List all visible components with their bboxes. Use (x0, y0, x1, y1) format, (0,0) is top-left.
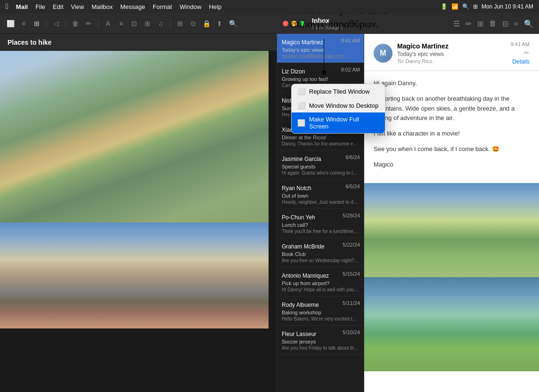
media-icon[interactable]: ♫ (156, 19, 165, 28)
msg-sender: Antonio Manriquez (282, 272, 329, 279)
edit-icon[interactable]: ✏ (84, 19, 93, 28)
msg-sender: Ryan Notch (282, 185, 311, 192)
msg-subject: Out of town (282, 193, 359, 199)
menu-item-view[interactable]: View (67, 2, 88, 11)
grid-view-icon[interactable]: ⊞ (32, 19, 41, 28)
toolbar-separator-3 (98, 19, 98, 28)
window-controls (283, 21, 305, 26)
flag-icon[interactable]: 🗑 (489, 19, 497, 28)
msg-preview: Hi Danny! Hope all is well with you. I'm… (282, 287, 359, 292)
apple-menu-icon[interactable]:  (6, 2, 8, 11)
msg-subject: Special guests (282, 164, 359, 169)
delete-icon[interactable]: 🗑 (71, 19, 80, 28)
msg-preview: Think you'll be free for a lunchtime cha… (282, 229, 359, 234)
new-message-icon[interactable]: ✏ (466, 19, 472, 28)
photo-icon[interactable]: ⊞ (175, 19, 185, 28)
replace-tiled-icon: ⬜ (297, 88, 305, 95)
msg-preview: Hello Bakers, We're very excited to have… (282, 316, 359, 321)
email-from: Magico Martinez (397, 42, 506, 50)
email-to: To: Danny Rico (397, 58, 506, 64)
list-item[interactable]: Graham McBride 5/22/24 Book Club Are you… (277, 238, 364, 267)
msg-subject: Dinner at the Ricos' (282, 135, 359, 140)
annotation-pointer-dot (322, 71, 326, 75)
msg-date: 6/6/24 (345, 154, 360, 160)
menu-item-window[interactable]: Window (176, 2, 205, 11)
mail-window-title: Inbox (312, 17, 343, 24)
left-title-bar: Places to hike (0, 34, 277, 51)
wifi-icon: 📶 (451, 3, 458, 10)
share-icon[interactable]: ⬆ (215, 19, 224, 28)
msg-subject: Lunch call? (282, 222, 359, 228)
arch-photo (0, 223, 269, 328)
table-icon[interactable]: ⊡ (130, 19, 139, 28)
battery-icon: 🔋 (441, 3, 448, 10)
menu-item-mailbox[interactable]: Mailbox (88, 2, 116, 11)
msg-subject: Today's epic views (282, 47, 359, 53)
menu-item-file[interactable]: File (32, 2, 49, 11)
river-photo (0, 51, 269, 223)
main-content: ⬜ ≡ ⊞ ◁ 🗑 ✏ A ≡ ⊡ ⊞ ♫ ⊞ ⊙ 🔒 ⬆ 🔍 Places t… (0, 13, 539, 392)
ctx-item-fullscreen[interactable]: ⬜ Make Window Full Screen (292, 112, 385, 133)
list-icon[interactable]: ≡ (116, 19, 126, 28)
minimize-button[interactable] (291, 21, 297, 26)
annotation-pointer-line (324, 39, 324, 72)
menu-item-message[interactable]: Message (116, 2, 149, 11)
email-body-paragraph1: Reporting back on another breathtaking d… (374, 94, 530, 123)
email-sender-row: M Magico Martinez Today's epic views To:… (374, 41, 530, 65)
lock-icon[interactable]: 🔒 (202, 19, 211, 28)
msg-preview: Howdy, neighbor. Just wanted to drop a q… (282, 200, 359, 205)
menu-item-edit[interactable]: Edit (49, 2, 67, 11)
list-view-icon[interactable]: ≡ (19, 19, 28, 28)
list-item[interactable]: Ryan Notch 6/5/24 Out of town Howdy, nei… (277, 180, 364, 209)
archive-icon[interactable]: ⊞ (477, 19, 483, 28)
back-icon[interactable]: ◁ (51, 19, 61, 28)
ctx-label-move-desktop: Move Window to Desktop (309, 102, 378, 109)
msg-sender: Rody Albuerne (282, 302, 319, 308)
zoom-button[interactable] (300, 21, 305, 26)
control-center-icon[interactable]: ⊞ (473, 3, 478, 10)
left-search-icon[interactable]: 🔍 (228, 19, 237, 28)
avatar: M (374, 44, 392, 63)
to-label: To: (397, 58, 404, 64)
msg-date: 9:41 AM (341, 38, 360, 43)
list-item[interactable]: Magico Martinez 9:41 AM Today's epic vie… (277, 34, 364, 63)
move-icon[interactable]: ⊟ (502, 19, 508, 28)
ctx-item-replace-tiled[interactable]: ⬜ Replace Tiled Window (292, 84, 385, 98)
ctx-item-move-desktop[interactable]: ⬜ Move Window to Desktop (292, 98, 385, 112)
list-item[interactable]: Antonio Manriquez 5/15/24 Pick up from a… (277, 267, 364, 296)
msg-preview: Hi again. Guess who's coming to town wit… (282, 170, 359, 176)
info-icon[interactable]: ⊙ (188, 19, 198, 28)
email-body-greeting: Hi again Danny, (374, 79, 530, 88)
menu-item-help[interactable]: Help (205, 2, 225, 11)
search-icon[interactable]: 🔍 (462, 3, 469, 10)
msg-date: 5/29/24 (343, 213, 360, 218)
mail-search-icon[interactable]: 🔍 (524, 19, 533, 28)
email-subject-line: Today's epic views (397, 51, 506, 57)
list-item[interactable]: Po-Chun Yeh 5/29/24 Lunch call? Think yo… (277, 209, 364, 238)
mail-title-area: Inbox 33 messages (312, 17, 343, 30)
more-icon[interactable]: » (514, 19, 518, 28)
msg-sender: Fleur Lasseur (282, 331, 316, 337)
msg-sender: Jasmine Garcia (282, 156, 321, 162)
mail-photo-section (364, 183, 539, 371)
font-icon[interactable]: A (103, 19, 113, 28)
msg-subject: Book Club (282, 251, 359, 257)
filter-icon[interactable]: ☰ (453, 19, 460, 28)
msg-sender: Po-Chun Yeh (282, 214, 315, 221)
grid2-icon[interactable]: ⊞ (143, 19, 152, 28)
menu-item-format[interactable]: Format (149, 2, 176, 11)
msg-sender: Liz Dizon (282, 68, 305, 75)
list-item[interactable]: Jasmine Garcia 6/6/24 Special guests Hi … (277, 151, 364, 180)
email-body-sign: Magico (374, 160, 530, 170)
datetime-display: Mon Jun 10 9:41 AM (482, 3, 533, 10)
close-button[interactable] (283, 21, 288, 26)
list-item[interactable]: Fleur Lasseur 5/10/24 Soccer jerseys Are… (277, 326, 364, 355)
sidebar-toggle-icon[interactable]: ⬜ (6, 19, 15, 28)
toolbar-separator-2 (65, 19, 66, 28)
msg-preview: Are you free on Wednesday night? Can't w… (282, 258, 359, 263)
list-item[interactable]: Rody Albuerne 5/11/24 Baking workshop He… (277, 296, 364, 326)
context-menu: ⬜ Replace Tiled Window ⬜ Move Window to … (291, 84, 385, 134)
menu-item-mail[interactable]: Mail (12, 2, 32, 11)
details-link[interactable]: Details (512, 58, 530, 65)
email-time: 9:41 AM (511, 41, 530, 47)
